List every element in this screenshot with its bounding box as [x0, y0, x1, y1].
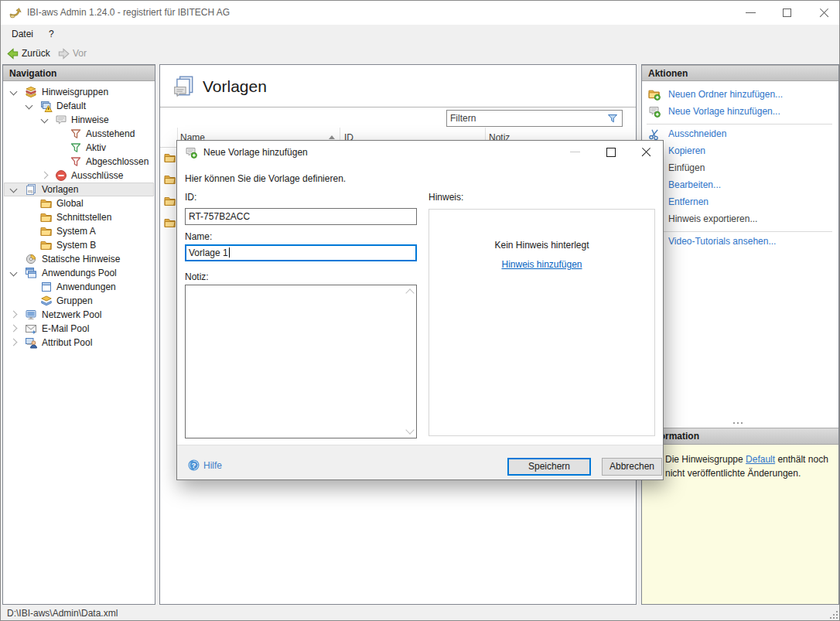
tree-item-default[interactable]: Default: [4, 99, 154, 113]
tree-item-hinweise[interactable]: Hinweise: [4, 113, 154, 127]
dialog-footer: Hilfe Speichern Abbrechen: [177, 445, 663, 479]
menu-datei[interactable]: Datei: [12, 29, 33, 39]
tree-item-global[interactable]: Global: [4, 196, 154, 210]
folder-icon: [164, 152, 176, 164]
hinweise-icon: [55, 114, 67, 126]
dialog-close-button[interactable]: [630, 141, 661, 164]
tree-item-anwendungen[interactable]: Anwendungen: [4, 280, 154, 294]
filter-funnel-icon: [607, 114, 618, 125]
action-edit[interactable]: Bearbeiten...: [642, 178, 838, 192]
groups-icon: [40, 295, 53, 307]
app-window: IBI-aws Admin 1.24.0 - registriert für I…: [0, 0, 840, 621]
status-path: D:\IBI-aws\Admin\Data.xml: [7, 608, 118, 619]
folder-icon: [164, 217, 176, 229]
tree-item-vorlagen[interactable]: Vorlagen: [4, 183, 154, 196]
notiz-label: Notiz:: [185, 271, 209, 282]
notiz-textarea[interactable]: [185, 285, 417, 438]
static-hints-icon: [25, 253, 37, 265]
menu-bar: Datei ?: [1, 25, 840, 43]
tree-item-hinweisgruppen[interactable]: Hinweisgruppen: [4, 85, 154, 99]
save-button[interactable]: Speichern: [507, 458, 591, 476]
tree-item-anwendungs-pool[interactable]: Anwendungs Pool: [4, 266, 154, 280]
doc-plus-icon: [648, 105, 661, 118]
vorlagen-page-icon: [172, 75, 196, 98]
name-label: Name:: [185, 231, 212, 242]
information-text: Die Hinweisgruppe Default enthält noch n…: [665, 452, 831, 480]
app-pool-icon: [25, 267, 37, 279]
back-button[interactable]: Zurück: [22, 48, 50, 59]
action-remove[interactable]: Entfernen: [642, 195, 838, 209]
navigation-tree: Hinweisgruppen Default Hinweise Ausstehe…: [3, 81, 155, 604]
applications-icon: [40, 281, 53, 293]
id-label: ID:: [185, 192, 196, 203]
name-input[interactable]: Vorlage 1: [185, 244, 417, 261]
tree-item-statische-hinweise[interactable]: Statische Hinweise: [4, 252, 154, 266]
tree-item-netzwerk-pool[interactable]: Netzwerk Pool: [4, 308, 154, 322]
info-splitter-grip[interactable]: [642, 420, 838, 426]
folder-icon: [40, 239, 53, 251]
dialog-intro: Hier können Sie die Vorlage definieren.: [185, 173, 346, 184]
scissors-icon: [648, 128, 661, 140]
funnel-active-icon: [70, 142, 82, 154]
action-paste[interactable]: Einfügen: [642, 161, 838, 175]
action-cut[interactable]: Ausschneiden: [642, 127, 838, 141]
tree-item-ausstehend[interactable]: Ausstehend: [4, 127, 154, 141]
actions-panel: Aktionen Neuen Ordner hinzufügen... Neue…: [641, 64, 839, 605]
page-title: Vorlagen: [203, 77, 267, 96]
window-title: IBI-aws Admin 1.24.0 - registriert für I…: [27, 7, 230, 18]
folder-icon: [164, 173, 176, 186]
id-input[interactable]: RT-757B2ACC: [185, 208, 417, 225]
tree-item-system-b[interactable]: System B: [4, 238, 154, 252]
network-pool-icon: [25, 309, 37, 321]
close-button[interactable]: [808, 1, 840, 25]
tree-item-gruppen[interactable]: Gruppen: [4, 294, 154, 308]
minimize-button[interactable]: [736, 1, 767, 25]
menu-help[interactable]: ?: [49, 29, 54, 39]
cancel-button[interactable]: Abbrechen: [602, 458, 662, 476]
action-new-folder[interactable]: Neuen Ordner hinzufügen...: [642, 87, 838, 101]
maximize-button[interactable]: [772, 1, 803, 25]
tree-item-email-pool[interactable]: E-Mail Pool: [4, 322, 154, 336]
resize-grip[interactable]: [829, 610, 838, 619]
back-arrow-icon[interactable]: [6, 47, 19, 60]
tree-item-aktiv[interactable]: Aktiv: [4, 141, 154, 155]
forward-arrow-icon[interactable]: [57, 47, 70, 60]
new-template-dialog: Neue Vorlage hinzufügen Hier können Sie …: [176, 140, 664, 480]
filter-input[interactable]: Filtern: [446, 110, 623, 127]
status-bar: D:\IBI-aws\Admin\Data.xml: [1, 605, 840, 621]
add-hint-link[interactable]: Hinweis hinzufügen: [501, 259, 582, 270]
text-caret: [229, 247, 230, 258]
action-video-tutorials[interactable]: Video-Tutorials ansehen...: [642, 234, 838, 248]
information-box: Die Hinweisgruppe Default enthält noch n…: [642, 445, 838, 604]
help-link[interactable]: Hilfe: [203, 460, 222, 471]
attribute-pool-icon: [25, 336, 37, 349]
hinweisgruppen-icon: [25, 86, 37, 98]
action-copy[interactable]: Kopieren: [642, 144, 838, 158]
action-export-hint[interactable]: Hinweis exportieren...: [642, 212, 838, 226]
dialog-minimize-button[interactable]: [559, 141, 590, 164]
navigation-header: Navigation: [3, 65, 155, 81]
tree-item-attribut-pool[interactable]: Attribut Pool: [4, 336, 154, 350]
folder-icon: [164, 195, 176, 207]
dialog-maximize-button[interactable]: [595, 141, 626, 164]
exclusions-icon: [55, 169, 67, 182]
navigation-panel: Navigation Hinweisgruppen Default Hinwei…: [2, 64, 155, 605]
dialog-title: Neue Vorlage hinzufügen: [203, 147, 308, 158]
tree-item-schnittstellen[interactable]: Schnittstellen: [4, 210, 154, 224]
funnel-done-icon: [70, 155, 82, 168]
templates-icon: [25, 183, 37, 196]
tree-item-abgeschlossen[interactable]: Abgeschlossen: [4, 155, 154, 169]
toolbar: Zurück Vor: [1, 43, 840, 63]
funnel-pending-icon: [70, 128, 82, 140]
folder-icon: [40, 211, 53, 223]
folder-icon: [40, 197, 53, 210]
tree-item-ausschluesse[interactable]: Ausschlüsse: [4, 169, 154, 183]
action-new-template[interactable]: Neue Vorlage hinzufügen...: [642, 104, 838, 118]
default-group-link[interactable]: Default: [746, 454, 775, 465]
app-logo-icon: [8, 5, 22, 19]
folder-icon: [40, 225, 53, 237]
email-pool-icon: [25, 322, 37, 335]
actions-header: Aktionen: [642, 65, 838, 81]
forward-button[interactable]: Vor: [73, 48, 87, 59]
tree-item-system-a[interactable]: System A: [4, 224, 154, 238]
